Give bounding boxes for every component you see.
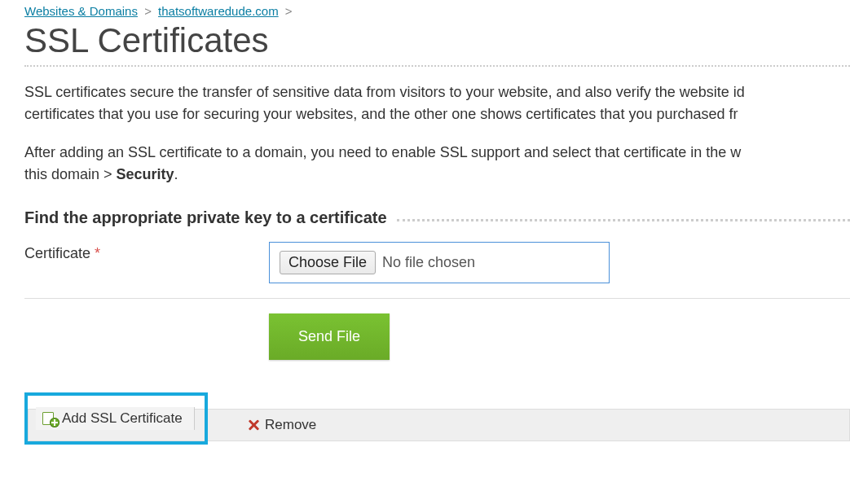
certificate-label-text: Certificate <box>24 245 90 261</box>
divider <box>24 65 850 67</box>
section-title: Find the appropriate private key to a ce… <box>24 208 387 227</box>
add-ssl-label: Add SSL Certificate <box>62 410 183 427</box>
intro-line: certificates that you use for securing y… <box>24 106 738 122</box>
intro-line: this domain > <box>24 166 117 182</box>
intro-line: SSL certificates secure the transfer of … <box>24 84 745 100</box>
breadcrumb: Websites & Domains > thatsoftwaredude.co… <box>24 0 850 18</box>
highlight-add-ssl: Add SSL Certificate <box>24 392 208 445</box>
form-row-certificate: Certificate * Choose File No file chosen <box>24 242 850 283</box>
breadcrumb-separator: > <box>285 4 293 18</box>
section-header: Find the appropriate private key to a ce… <box>24 208 850 227</box>
send-file-button[interactable]: Send File <box>269 313 390 360</box>
add-certificate-icon <box>42 412 57 425</box>
required-mark: * <box>95 245 100 261</box>
intro-text: SSL certificates secure the transfer of … <box>24 81 850 186</box>
remove-label: Remove <box>265 417 316 433</box>
remove-icon <box>247 419 260 432</box>
add-ssl-certificate-button[interactable]: Add SSL Certificate <box>36 407 195 430</box>
section-divider <box>397 219 850 221</box>
certificate-file-input[interactable]: Choose File No file chosen <box>269 242 610 283</box>
certificate-label: Certificate * <box>24 242 269 262</box>
file-status-text: No file chosen <box>382 254 475 271</box>
page-title: SSL Certificates <box>24 21 850 60</box>
remove-button[interactable]: Remove <box>240 414 323 436</box>
intro-line: . <box>174 166 178 182</box>
breadcrumb-link-websites-domains[interactable]: Websites & Domains <box>24 4 138 18</box>
divider <box>24 298 850 299</box>
choose-file-button[interactable]: Choose File <box>280 251 376 274</box>
breadcrumb-separator: > <box>144 4 152 18</box>
breadcrumb-link-domain[interactable]: thatsoftwaredude.com <box>158 4 279 18</box>
intro-strong-security: Security <box>117 166 174 182</box>
intro-line: After adding an SSL certificate to a dom… <box>24 144 741 160</box>
